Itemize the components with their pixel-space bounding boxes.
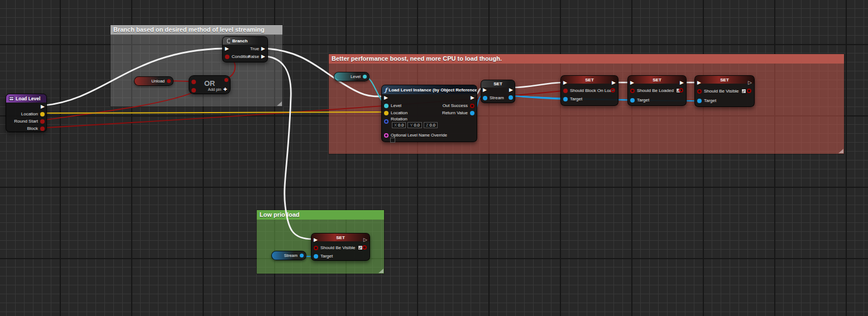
exec-pin-icon[interactable]: ▶ [563, 80, 567, 85]
pin-exec-out[interactable]: ▶ [41, 104, 45, 109]
pin-round-start[interactable]: Round Start [14, 119, 45, 124]
node-or[interactable]: OR Add pin ✚ [189, 75, 231, 94]
rotation-y-field[interactable]: Y 0.0 [407, 122, 421, 128]
pin-out-success[interactable]: Out Success [443, 103, 474, 108]
node-set-low-prio-visible[interactable]: SET ▶ Should Be Visible ✓ Target ▷ [311, 233, 370, 261]
node-set-should-be-loaded[interactable]: SET ▶ Should Be Loaded ✓ Target ▶ [627, 75, 687, 106]
exec-pin-icon[interactable]: ▶ [483, 87, 487, 93]
pin-should-be-loaded[interactable]: Should Be Loaded ✓ [630, 88, 681, 93]
object-pin-icon[interactable] [630, 98, 635, 103]
bool-pin-icon[interactable] [362, 245, 367, 250]
pin-target[interactable]: Target [314, 254, 333, 259]
bool-pin-icon[interactable] [40, 119, 45, 124]
comment-title[interactable]: Branch based on desired method of level … [111, 25, 282, 35]
exec-pin-icon[interactable]: ▷ [363, 237, 367, 242]
pin-stream[interactable]: Stream [483, 95, 504, 100]
exec-pin-icon[interactable]: ▶ [509, 87, 513, 93]
optional-override-checkbox[interactable] [390, 138, 395, 143]
bool-pin-icon[interactable] [225, 55, 229, 59]
pin-exec-in[interactable]: ▶ [563, 80, 567, 85]
bool-pin-icon[interactable] [563, 89, 568, 93]
pin-exec-in[interactable]: ▶ [483, 87, 487, 93]
pin-exec-out[interactable]: ▷ [363, 237, 367, 242]
pin-return-value[interactable]: Return Value [442, 110, 474, 115]
node-set-should-be-visible[interactable]: SET ▶ Should Be Visible ✓ Target ▷ [694, 75, 755, 107]
pin-exec-in[interactable]: ▶ [697, 80, 701, 85]
vector-pin-icon[interactable] [384, 111, 389, 115]
bool-pin-icon[interactable] [630, 89, 635, 93]
pin-value-out[interactable] [611, 88, 615, 93]
pin-optional-level-name-override[interactable]: Optional Level Name Override [384, 133, 447, 138]
node-load-level[interactable]: Load Level ▶ Location Round Start Block [6, 94, 47, 132]
pin-location[interactable]: Location [21, 111, 45, 116]
pin-exec-out[interactable]: ▶ [612, 80, 616, 85]
object-pin-icon[interactable] [483, 96, 487, 100]
pin-exec-in[interactable]: ▶ [314, 237, 318, 242]
pin-block[interactable]: Block [27, 126, 45, 131]
bool-pin-icon[interactable] [314, 246, 318, 250]
object-pin-icon[interactable] [563, 97, 568, 101]
pin-exec-in[interactable]: ▶ [225, 46, 229, 51]
comment-title[interactable]: Low prio load [257, 210, 384, 220]
name-pin-icon[interactable] [384, 133, 389, 138]
pin-exec-in[interactable]: ▶ [630, 80, 634, 85]
exec-pin-icon[interactable]: ▶ [612, 80, 616, 85]
pin-target[interactable]: Target [630, 98, 649, 103]
node-get-stream[interactable]: Stream [271, 251, 306, 260]
object-pin-icon[interactable] [697, 99, 702, 103]
rotation-x-field[interactable]: X 0.0 [392, 122, 406, 128]
bool-pin-icon[interactable] [470, 104, 474, 108]
rotator-pin-icon[interactable] [384, 119, 389, 124]
pin-true[interactable]: ▶ True [250, 46, 265, 51]
value-checkbox[interactable]: ✓ [741, 89, 746, 94]
pin-should-be-visible[interactable]: Should Be Visible ✓ [314, 245, 363, 250]
object-pin-icon[interactable] [300, 254, 304, 257]
pin-false[interactable]: ▶ False [248, 54, 265, 59]
pin-value-out[interactable] [509, 95, 513, 100]
pin-value-out[interactable] [747, 89, 751, 93]
pin-should-be-visible[interactable]: Should Be Visible ✓ [697, 89, 746, 94]
object-pin-icon[interactable] [384, 104, 389, 108]
bool-pin-icon[interactable] [747, 89, 751, 93]
add-pin-button[interactable]: Add pin ✚ [208, 87, 227, 92]
exec-pin-icon[interactable]: ▶ [680, 80, 684, 85]
node-set-should-block-on-load[interactable]: SET ▶ Should Block On Load Target ▶ [560, 75, 618, 106]
object-pin-icon[interactable] [363, 75, 367, 79]
pin-target[interactable]: Target [563, 96, 582, 101]
bool-pin-icon[interactable] [40, 127, 45, 131]
exec-pin-icon[interactable]: ▶ [471, 95, 474, 100]
bool-pin-icon[interactable] [191, 88, 196, 93]
pin-target[interactable]: Target [697, 98, 716, 103]
object-pin-icon[interactable] [470, 111, 474, 115]
pin-value-out[interactable] [362, 245, 367, 250]
node-get-unload[interactable]: Unload [134, 76, 174, 86]
pin-exec-out[interactable]: ▶ [509, 87, 513, 93]
exec-pin-icon[interactable]: ▶ [41, 104, 45, 109]
exec-pin-icon[interactable]: ▶ [225, 46, 229, 51]
node-set-stream[interactable]: SET ▶ Stream ▶ [481, 80, 515, 103]
node-load-level-instance[interactable]: ƒ Load Level Instance (by Object Referen… [381, 85, 477, 142]
pin-level[interactable]: Level [384, 103, 401, 108]
object-pin-icon[interactable] [314, 254, 318, 259]
exec-pin-icon[interactable]: ▶ [261, 54, 265, 59]
bool-pin-icon[interactable] [679, 88, 683, 93]
pin-exec-in[interactable]: ▶ [384, 95, 388, 100]
pin-location[interactable]: Location [384, 110, 407, 115]
bool-pin-icon[interactable] [167, 79, 171, 83]
pin-should-block-on-load[interactable]: Should Block On Load [563, 88, 615, 93]
resize-handle-icon[interactable] [838, 149, 843, 153]
pin-exec-out[interactable]: ▶ [471, 95, 474, 100]
blueprint-graph-canvas[interactable]: Branch based on desired method of level … [0, 0, 868, 316]
vector-pin-icon[interactable] [40, 112, 45, 116]
pin-exec-out[interactable]: ▶ [680, 80, 684, 85]
node-branch[interactable]: Branch ▶ Condition ▶ True ▶ False [222, 36, 268, 62]
rotation-z-field[interactable]: Z 0.0 [424, 122, 438, 128]
resize-handle-icon[interactable] [378, 269, 383, 273]
bool-pin-icon[interactable] [697, 89, 702, 94]
exec-pin-icon[interactable]: ▶ [314, 237, 318, 242]
bool-pin-icon[interactable] [611, 88, 615, 93]
pin-value-out[interactable] [679, 88, 683, 93]
node-get-level[interactable]: Level [334, 72, 370, 81]
pin-exec-out[interactable]: ▷ [748, 80, 752, 85]
pin-condition[interactable]: Condition [225, 54, 251, 59]
